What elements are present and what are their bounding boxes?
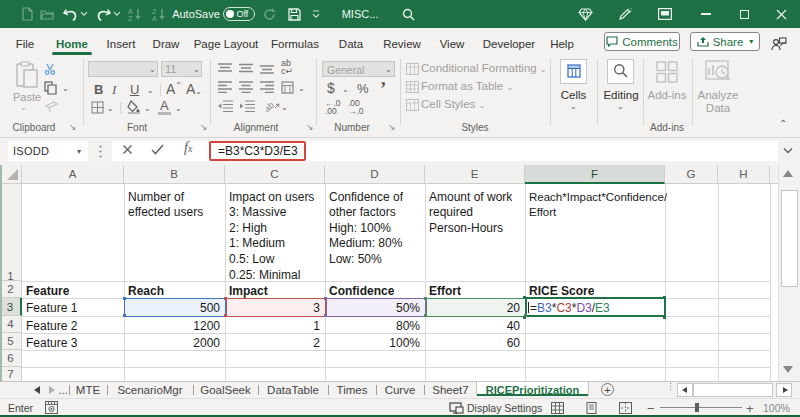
svg-text:Z: Z [152, 8, 157, 15]
svg-text:ab: ab [266, 100, 276, 113]
svg-text:Z: Z [128, 15, 133, 21]
svg-text:A: A [128, 8, 133, 15]
svg-text:A: A [152, 15, 157, 21]
